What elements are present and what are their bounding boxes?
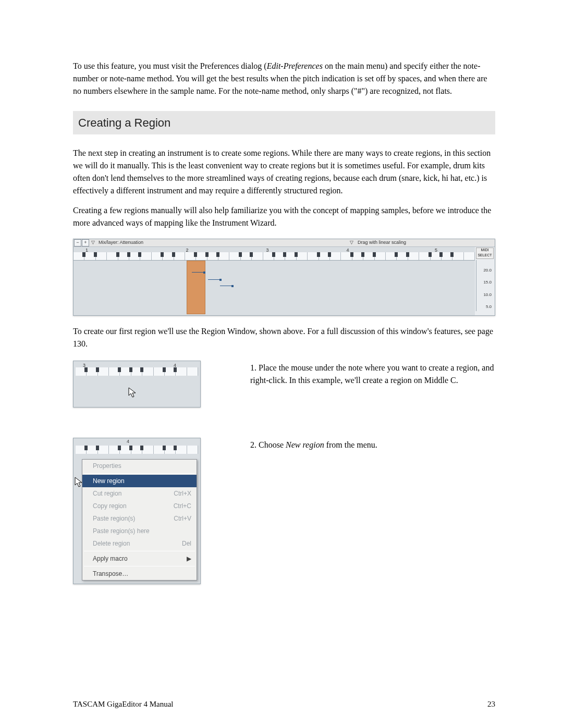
zoom-in-button[interactable]: + [82,239,89,246]
drag-mode-label: Drag with linear scaling [358,239,406,246]
menu-cut-region[interactable]: Cut regionCtrl+X [82,487,197,500]
value-scale: 20.0 15.0 10.0 5.0 [476,260,494,311]
context-menu[interactable]: Properties New region Cut regionCtrl+X C… [82,459,197,581]
dropdown-icon[interactable]: ▽ [89,239,96,246]
drag-handle[interactable] [192,272,204,275]
cursor-icon [128,387,138,399]
body-paragraph: To create our first region we'll use the… [73,325,495,350]
mixlayer-label: Mix/layer: Attenuation [99,239,143,246]
menu-apply-macro[interactable]: Apply macro▶ [82,552,197,565]
dropdown-icon[interactable]: ▽ [348,239,356,246]
menu-new-region[interactable]: New region [82,475,197,487]
keyboard-ruler: 1 2 3 4 5 [74,247,475,261]
section-heading: Creating a Region [73,111,495,134]
step1-figure: 3 4 [73,361,201,408]
page-number: 23 [487,698,495,710]
page-footer: TASCAM GigaEditor 4 Manual 23 [73,698,495,710]
menu-properties[interactable]: Properties [82,460,197,472]
drag-handle[interactable] [220,286,232,289]
intro-paragraph: To use this feature, you must visit the … [73,60,495,97]
region-window-figure: − + ▽ Mix/layer: Attenuation ▽ Drag with… [73,239,495,316]
figure-toolbar: − + ▽ Mix/layer: Attenuation ▽ Drag with… [74,239,495,247]
menu-path-italic: Edit-Preferences [267,61,323,70]
region-block[interactable] [187,261,205,314]
body-paragraph: The next step in creating an instrument … [73,147,495,197]
midi-select-box[interactable]: MIDI SELECT [476,248,494,259]
drag-handle[interactable] [208,279,221,282]
step2-text: 2. Choose New region from the menu. [250,439,495,451]
step2-figure: 4 Properties New region Cut regionCtrl+X… [73,438,201,584]
body-paragraph: Creating a few regions manually will als… [73,204,495,229]
menu-transpose[interactable]: Transpose… [82,567,197,580]
menu-copy-region[interactable]: Copy regionCtrl+C [82,500,197,512]
menu-paste-regions[interactable]: Paste region(s)Ctrl+V [82,512,197,525]
menu-paste-regions-here[interactable]: Paste region(s) here [82,525,197,537]
menu-delete-region[interactable]: Delete regionDel [82,537,197,550]
cursor-icon [75,477,84,488]
footer-title: TASCAM GigaEditor 4 Manual [73,698,174,710]
zoom-out-button[interactable]: − [74,239,81,246]
text: To use this feature, you must visit the … [73,61,267,70]
region-body[interactable] [74,261,475,315]
step1-text: 1. Place the mouse under the note where … [250,362,495,387]
